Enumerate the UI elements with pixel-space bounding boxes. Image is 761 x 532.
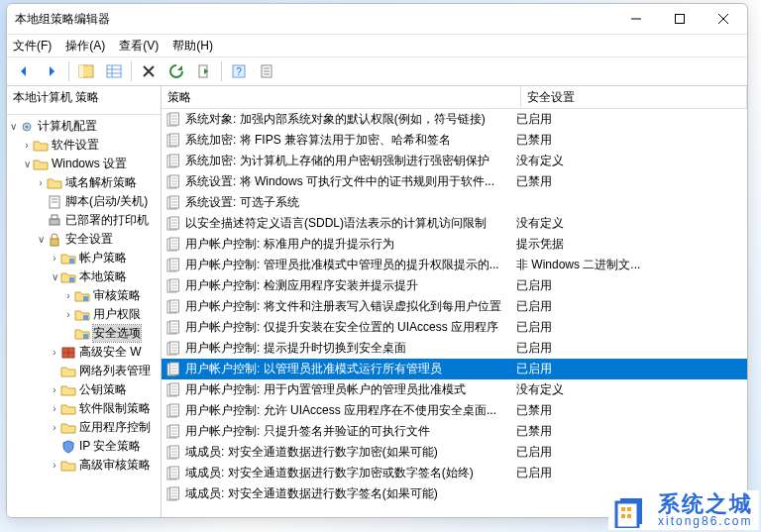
twist-closed-icon[interactable]: › [21, 140, 33, 151]
tree-node[interactable]: ›帐户策略 [7, 249, 161, 267]
tree-pane: 本地计算机 策略 ∨计算机配置›软件设置∨Windows 设置›域名解析策略脚本… [7, 86, 162, 517]
tree-label: 已部署的打印机 [65, 212, 149, 229]
policy-row[interactable]: 用户帐户控制: 只提升签名并验证的可执行文件已禁用 [162, 421, 747, 442]
tree-body[interactable]: ∨计算机配置›软件设置∨Windows 设置›域名解析策略脚本(启动/关机)已部… [7, 115, 161, 517]
minimize-button[interactable] [614, 4, 658, 34]
policy-name: 系统设置: 可选子系统 [185, 194, 299, 211]
policy-row[interactable]: 用户帐户控制: 检测应用程序安装并提示提升已启用 [162, 275, 747, 296]
policy-name: 用户帐户控制: 只提升签名并验证的可执行文件 [185, 423, 430, 440]
svg-rect-15 [69, 277, 74, 282]
menu-view[interactable]: 查看(V) [119, 38, 159, 54]
twist-open-icon[interactable]: ∨ [49, 271, 60, 282]
tree-node[interactable]: ›高级审核策略 [7, 456, 161, 475]
twist-closed-icon[interactable]: › [35, 177, 47, 188]
delete-button[interactable] [136, 59, 162, 83]
tree-node[interactable]: ›域名解析策略 [7, 173, 161, 192]
policy-icon [165, 382, 181, 398]
properties-button[interactable] [254, 59, 279, 83]
close-button[interactable] [702, 4, 745, 34]
folder-lock-icon [60, 269, 76, 285]
tree-node[interactable]: ›高级安全 W [7, 343, 161, 362]
export-button[interactable] [191, 59, 217, 83]
show-hide-tree-button[interactable] [73, 59, 99, 83]
tree-node[interactable]: 网络列表管理 [7, 362, 161, 380]
twist-open-icon[interactable]: ∨ [35, 234, 47, 245]
tree-node[interactable]: ›用户权限 [7, 305, 161, 324]
back-button[interactable] [11, 59, 37, 83]
tree-node[interactable]: 已部署的打印机 [7, 211, 161, 230]
policy-value: 已启用 [512, 277, 747, 294]
policy-row[interactable]: 系统对象: 加强内部系统对象的默认权限(例如，符号链接)已启用 [162, 109, 747, 130]
tree-node[interactable]: ∨Windows 设置 [7, 155, 161, 173]
policy-row[interactable]: 用户帐户控制: 用于内置管理员帐户的管理员批准模式没有定义 [162, 379, 747, 400]
tree-node[interactable]: ∨本地策略 [7, 267, 161, 286]
tree-node[interactable]: ›软件限制策略 [7, 399, 161, 418]
policy-icon [165, 133, 181, 149]
policy-row[interactable]: 系统设置: 将 Windows 可执行文件中的证书规则用于软件...已禁用 [162, 171, 747, 192]
column-policy[interactable]: 策略 [162, 86, 521, 108]
policy-icon [165, 320, 181, 336]
tree-label: 公钥策略 [79, 381, 127, 398]
menu-help[interactable]: 帮助(H) [172, 38, 213, 54]
policy-row[interactable]: 用户帐户控制: 管理员批准模式中管理员的提升权限提示的...非 Windows … [162, 255, 747, 275]
tree-node[interactable]: ›应用程序控制 [7, 418, 161, 437]
twist-open-icon[interactable]: ∨ [7, 121, 19, 132]
policy-row[interactable]: 用户帐户控制: 标准用户的提升提示行为提示凭据 [162, 234, 747, 255]
twist-closed-icon[interactable]: › [49, 422, 60, 433]
refresh-button[interactable] [163, 59, 189, 83]
menu-action[interactable]: 操作(A) [65, 38, 105, 54]
policy-value: 提示凭据 [512, 236, 747, 253]
tree-label: 软件设置 [52, 137, 99, 154]
list-view-button[interactable] [101, 59, 127, 83]
twist-closed-icon[interactable]: › [49, 403, 60, 414]
tree-node[interactable]: ›公钥策略 [7, 380, 161, 399]
policy-row[interactable]: 用户帐户控制: 提示提升时切换到安全桌面已启用 [162, 338, 747, 359]
tree-node[interactable]: 脚本(启动/关机) [7, 192, 161, 211]
forward-button[interactable] [39, 59, 64, 83]
watermark-url: xitong86.com [658, 515, 753, 527]
tree-node[interactable]: IP 安全策略 [7, 437, 161, 456]
twist-closed-icon[interactable]: › [62, 290, 74, 301]
policy-name: 用户帐户控制: 管理员批准模式中管理员的提升权限提示的... [185, 257, 499, 273]
svg-rect-17 [83, 315, 88, 320]
twist-closed-icon[interactable]: › [49, 253, 60, 264]
twist-closed-icon[interactable]: › [62, 309, 74, 320]
twist-closed-icon[interactable]: › [49, 384, 60, 395]
watermark: 系统之城 xitong86.com [608, 490, 759, 530]
policy-value: 已禁用 [512, 423, 747, 440]
tree-node[interactable]: ∨计算机配置 [7, 117, 161, 136]
tree-label: 网络列表管理 [79, 363, 151, 379]
list-body[interactable]: 系统对象: 加强内部系统对象的默认权限(例如，符号链接)已启用系统加密: 将 F… [162, 109, 747, 517]
policy-name: 用户帐户控制: 标准用户的提升提示行为 [185, 236, 394, 253]
policy-row[interactable]: 用户帐户控制: 将文件和注册表写入错误虚拟化到每用户位置已启用 [162, 296, 747, 317]
twist-open-icon[interactable]: ∨ [21, 159, 33, 169]
policy-icon [165, 195, 181, 211]
policy-row[interactable]: 以安全描述符定义语言(SDDL)语法表示的计算机访问限制没有定义 [162, 213, 747, 234]
policy-icon [165, 341, 181, 357]
help-button[interactable]: ? [226, 59, 252, 83]
folder-icon [60, 382, 76, 398]
separator-icon [68, 61, 69, 81]
twist-closed-icon[interactable]: › [49, 347, 60, 358]
tree-node[interactable]: ∨安全设置 [7, 230, 161, 249]
twist-closed-icon[interactable]: › [49, 460, 60, 471]
tree-label: 审核策略 [93, 287, 141, 304]
policy-row[interactable]: 用户帐户控制: 以管理员批准模式运行所有管理员已启用 [162, 359, 747, 379]
policy-row[interactable]: 系统加密: 为计算机上存储的用户密钥强制进行强密钥保护没有定义 [162, 151, 747, 171]
policy-row[interactable]: 域成员: 对安全通道数据进行数字加密或数字签名(始终)已启用 [162, 463, 747, 483]
tree-node[interactable]: ›软件设置 [7, 136, 161, 155]
tree-node[interactable]: ›审核策略 [7, 286, 161, 305]
policy-row[interactable]: 用户帐户控制: 仅提升安装在安全位置的 UIAccess 应用程序已启用 [162, 317, 747, 338]
tree-node[interactable]: 安全选项 [7, 324, 161, 343]
policy-row[interactable]: 用户帐户控制: 允许 UIAccess 应用程序在不使用安全桌面...已禁用 [162, 400, 747, 421]
policy-icon [165, 466, 181, 481]
policy-row[interactable]: 系统设置: 可选子系统 [162, 192, 747, 213]
policy-row[interactable]: 系统加密: 将 FIPS 兼容算法用于加密、哈希和签名已禁用 [162, 130, 747, 151]
policy-icon [165, 237, 181, 253]
policy-row[interactable]: 域成员: 对安全通道数据进行数字加密(如果可能)已启用 [162, 442, 747, 463]
maximize-button[interactable] [658, 4, 702, 34]
column-security[interactable]: 安全设置 [521, 86, 747, 108]
separator-icon [131, 61, 132, 81]
folder-icon [60, 401, 76, 417]
menu-file[interactable]: 文件(F) [13, 38, 52, 54]
